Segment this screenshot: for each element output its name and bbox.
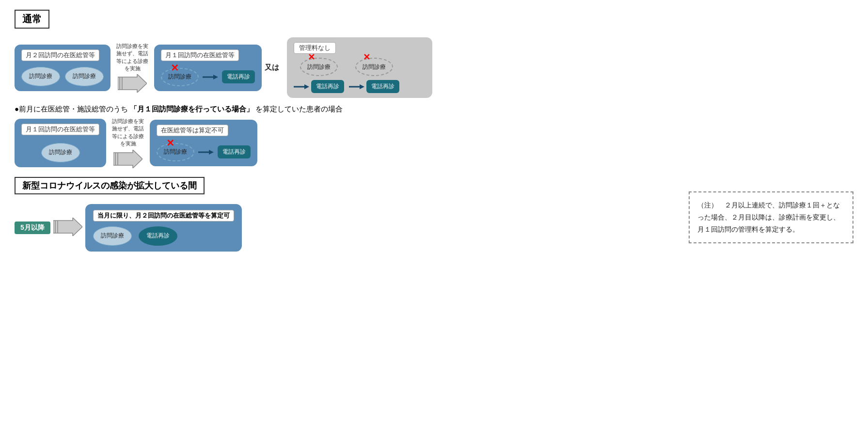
box2-visit: 訪問診療	[161, 68, 199, 86]
box3-gray: 管理料なし ✕ 訪問診療 電話再診	[287, 37, 432, 98]
box3-group: ✕ 訪問診療 電話再診 ✕ 訪問診療	[294, 58, 426, 93]
svg-marker-8	[360, 84, 364, 89]
bottom-result-box: 当月に限り、月２回訪問の在医総管等を算定可 訪問診療 電話再診	[85, 204, 242, 252]
bottom-item1: 訪問診療	[93, 226, 132, 246]
second-row: 月１回訪問の在医総管等 訪問診療 訪問診療を実施せず、電話等による診療を実施 在…	[15, 118, 853, 168]
box-second1-label: 月１回訪問の在医総管等	[21, 124, 99, 135]
box2-normal: 月１回訪問の在医総管等 ✕ 訪問診療 電話再診	[154, 45, 262, 91]
arrow1-text: 訪問診療を実施せず、電話等による診療を実施	[115, 43, 149, 73]
red-x-2: ✕	[308, 52, 315, 63]
second-arrow1: 訪問診療を実施せず、電話等による診療を実施	[111, 118, 145, 168]
red-x-1: ✕	[171, 62, 179, 74]
bottom-arrow	[53, 218, 82, 237]
matawa-label: 又は	[265, 63, 279, 72]
bullet-bold: 「月１回訪問診療を行っている場合」	[130, 105, 253, 113]
box1-visit2: 訪問診療	[65, 67, 104, 86]
normal-label-text: 通常	[15, 10, 49, 29]
bottom-ellipse-group: 訪問診療 電話再診	[93, 226, 234, 246]
box2-arrow	[203, 74, 218, 80]
second-big-arrow	[113, 150, 142, 168]
month-badge: 5月以降	[15, 221, 50, 234]
normal-label: 通常	[15, 10, 853, 33]
big-arrow-svg	[118, 74, 147, 93]
box3-col2-phone: 電話再診	[366, 80, 399, 93]
note-text: （注） ２月以上連続で、訪問診療１回＋となった場合、２月目以降は、診療計画を変更…	[697, 201, 840, 233]
bullet-suffix: を算定していた患者の場合	[255, 105, 343, 113]
second-result-box: 在医総管等は算定不可 ✕ 訪問診療 電話再診	[150, 120, 257, 166]
second-result-visit: 訪問診療	[157, 143, 194, 161]
bottom-item2: 電話再診	[139, 226, 177, 246]
note-box: （注） ２月以上連続で、訪問診療１回＋となった場合、２月目以降は、診療計画を変更…	[689, 191, 853, 244]
box3-col1: ✕ 訪問診療 電話再診	[294, 58, 344, 93]
bottom-flow: 5月以降 当月に限り、月２回訪問の在医総管等を算定可 訪問診療 電話再診	[15, 204, 669, 252]
red-x-second: ✕	[166, 137, 174, 149]
bullet-text: ●前月に在医総管・施設総管のうち	[15, 105, 128, 113]
box2-phone: 電話再診	[222, 70, 255, 83]
box1-visit1: 訪問診療	[21, 67, 60, 86]
svg-marker-4	[213, 75, 218, 79]
box3-col2: ✕ 訪問診療 電話再診	[349, 58, 399, 93]
box1-label: 月２回訪問の在医総管等	[21, 49, 99, 61]
box1-ellipses: 訪問診療 訪問診療	[21, 67, 104, 86]
bottom-left: 新型コロナウイルスの感染が拡大している間 5月以降 当月に限り、月２回訪問の在医…	[15, 177, 669, 252]
bullet-line: ●前月に在医総管・施設総管のうち 「月１回訪問診療を行っている場合」 を算定して…	[15, 105, 853, 114]
box1-normal: 月２回訪問の在医総管等 訪問診療 訪問診療	[15, 45, 110, 91]
bottom-section: 新型コロナウイルスの感染が拡大している間 5月以降 当月に限り、月２回訪問の在医…	[15, 177, 853, 252]
second-result-label: 在医総管等は算定不可	[157, 125, 228, 136]
box3-col1-phone: 電話再診	[311, 80, 344, 93]
box-second1-item: 訪問診療	[41, 143, 80, 162]
box3-col2-visit: 訪問診療	[355, 58, 393, 76]
svg-marker-6	[304, 84, 309, 89]
corona-label: 新型コロナウイルスの感染が拡大している間	[15, 177, 205, 194]
box-second1: 月１回訪問の在医総管等 訪問診療	[15, 119, 106, 167]
top-arrow1: 訪問診療を実施せず、電話等による診療を実施	[115, 43, 149, 93]
svg-marker-13	[209, 150, 214, 155]
second-result-arrow	[198, 149, 214, 156]
bottom-result-label: 当月に限り、月２回訪問の在医総管等を算定可	[93, 210, 234, 221]
box3-col1-visit: 訪問診療	[300, 58, 338, 76]
col1-arrow	[294, 83, 309, 90]
col2-arrow	[349, 83, 364, 90]
box2-label: 月１回訪問の在医総管等	[161, 49, 239, 61]
top-row: 月２回訪問の在医総管等 訪問診療 訪問診療 訪問診療を実施せず、電話等による診療…	[15, 37, 853, 98]
red-x-3: ✕	[363, 52, 370, 63]
second-result-phone: 電話再診	[218, 145, 251, 158]
second-arrow1-text: 訪問診療を実施せず、電話等による診療を実施	[111, 118, 145, 148]
